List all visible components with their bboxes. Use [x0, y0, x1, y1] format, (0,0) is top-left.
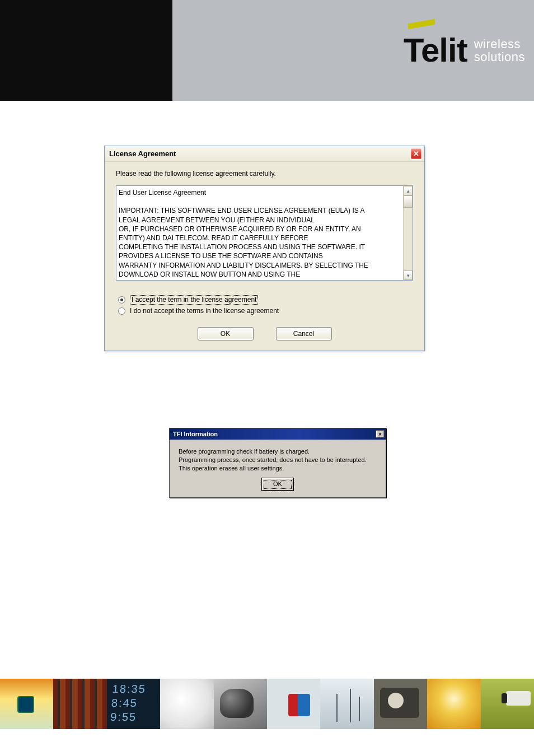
tfi-titlebar: TFI Information × — [170, 428, 386, 440]
license-intro-text: Please read the following license agreem… — [116, 170, 413, 178]
header-right-block: Telit wireless solutions — [172, 0, 534, 101]
brand-tagline-line1: wireless — [474, 37, 521, 51]
license-body: Please read the following license agreem… — [105, 162, 424, 351]
cancel-button[interactable]: Cancel — [276, 327, 332, 340]
close-icon[interactable]: ✕ — [410, 148, 422, 160]
footer-tile-digital-clock: 18:35 8:45 9:55 — [107, 679, 160, 729]
page-header: Telit wireless solutions — [0, 0, 534, 101]
close-icon[interactable]: × — [376, 430, 385, 438]
footer-tile-containers — [53, 679, 106, 729]
footer-image-strip: 18:35 8:45 9:55 — [0, 679, 534, 729]
license-title: License Agreement — [109, 150, 176, 158]
radio-accept[interactable]: I accept the term in the license agreeme… — [118, 295, 411, 305]
dialog-button-row: OK Cancel — [116, 327, 413, 340]
tfi-title: TFI Information — [173, 431, 218, 437]
radio-icon[interactable] — [118, 296, 125, 304]
footer-tile-motorbike — [214, 679, 267, 729]
footer-tile-meter — [374, 679, 427, 729]
brand-tagline-line2: solutions — [474, 50, 525, 64]
footer-tile-tunnel — [427, 679, 480, 729]
radio-decline[interactable]: I do not accept the terms in the license… — [118, 307, 411, 315]
scroll-down-icon[interactable]: ▾ — [404, 270, 413, 280]
scroll-thumb[interactable] — [404, 195, 413, 208]
telit-logo: Telit wireless solutions — [404, 34, 525, 67]
license-titlebar: License Agreement ✕ — [105, 146, 424, 162]
footer-tile-camera — [481, 679, 534, 729]
tfi-message-line3: This operation erases all user settings. — [179, 464, 377, 473]
footer-tile-windturbines — [320, 679, 373, 729]
tfi-button-row: OK — [179, 478, 377, 491]
brand-mark: Telit — [404, 34, 467, 67]
tfi-message-line2: Programming process, once started, does … — [179, 456, 377, 464]
scroll-track[interactable] — [404, 208, 413, 270]
tfi-message-line1: Before programming check if battery is c… — [179, 447, 377, 456]
license-agreement-dialog: License Agreement ✕ Please read the foll… — [104, 146, 425, 351]
header-left-block — [0, 0, 172, 101]
ok-button[interactable]: OK — [198, 327, 254, 340]
radio-icon[interactable] — [118, 307, 125, 315]
tfi-information-dialog: TFI Information × Before programming che… — [169, 428, 386, 498]
footer-tile-roadsign — [0, 679, 53, 729]
ok-button[interactable]: OK — [262, 478, 293, 491]
scrollbar[interactable]: ▴ ▾ — [403, 186, 413, 280]
radio-group: I accept the term in the license agreeme… — [116, 295, 413, 315]
footer-tile-vending — [267, 679, 320, 729]
radio-accept-label: I accept the term in the license agreeme… — [130, 295, 258, 305]
clock-line1: 18:35 — [112, 683, 147, 695]
eula-textarea: End User License Agreement IMPORTANT: TH… — [116, 185, 413, 281]
clock-line3: 9:55 — [110, 711, 137, 723]
clock-line2: 8:45 — [111, 697, 138, 709]
radio-decline-label: I do not accept the terms in the license… — [130, 307, 279, 315]
brand-tagline: wireless solutions — [474, 38, 525, 63]
eula-text-content[interactable]: End User License Agreement IMPORTANT: TH… — [116, 186, 403, 280]
tfi-body: Before programming check if battery is c… — [170, 440, 386, 497]
scroll-up-icon[interactable]: ▴ — [404, 186, 413, 195]
footer-tile-laptop — [160, 679, 213, 729]
